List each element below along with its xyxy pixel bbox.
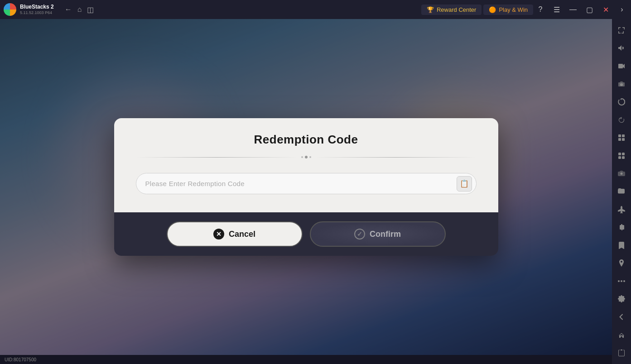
sidebar-scale-icon[interactable]	[614, 220, 629, 235]
sidebar-bookmark-icon[interactable]	[614, 238, 629, 253]
menu-icon: ☰	[554, 5, 560, 14]
divider-dots	[301, 156, 311, 158]
sidebar-screenshot-icon[interactable]	[614, 77, 629, 92]
divider-dot-2	[305, 156, 308, 158]
svg-rect-3	[618, 134, 621, 137]
cancel-label: Cancel	[229, 230, 255, 239]
svg-point-2	[620, 83, 623, 86]
sidebar-settings-icon[interactable]	[614, 292, 629, 307]
play-win-label: Play & Win	[499, 6, 528, 13]
sidebar-folder-icon[interactable]	[614, 184, 629, 199]
paste-icon: 📋	[460, 179, 469, 188]
sidebar-build-icon[interactable]	[614, 130, 629, 145]
sidebar-airplane-icon[interactable]	[614, 202, 629, 217]
topbar: BlueStacks 2 5.11.52.1003 P64 ← ⌂ ◫ 🏆 Re…	[0, 0, 631, 19]
sidebar-volume-icon[interactable]	[614, 41, 629, 56]
sidebar-back-nav-icon[interactable]	[614, 309, 629, 325]
expand-icon: ›	[621, 5, 623, 14]
close-icon: ✕	[603, 5, 609, 14]
topbar-left: BlueStacks 2 5.11.52.1003 P64 ← ⌂ ◫	[0, 3, 421, 16]
app-name-main: BlueStacks 2	[20, 4, 54, 10]
sidebar-home-nav-icon[interactable]	[614, 327, 629, 343]
bottom-bar: UID:801707500	[0, 355, 612, 364]
play-icon: 🟠	[489, 6, 496, 13]
sidebar-refresh-icon[interactable]	[614, 112, 629, 128]
menu-button[interactable]: ☰	[549, 2, 564, 17]
svg-point-9	[623, 280, 625, 282]
sidebar-library-icon[interactable]	[614, 148, 629, 163]
confirm-icon: ✓	[354, 229, 365, 239]
confirm-button[interactable]: ✓ Confirm	[310, 221, 446, 247]
sidebar-copy-nav-icon[interactable]	[614, 345, 629, 360]
reward-center-button[interactable]: 🏆 Reward Center	[421, 5, 482, 15]
dialog-title: Redemption Code	[136, 133, 477, 147]
sidebar-more-icon[interactable]	[614, 273, 629, 289]
paste-button[interactable]: 📋	[457, 176, 472, 192]
minimize-button[interactable]: —	[566, 2, 580, 17]
sidebar-fullscreen-icon[interactable]	[614, 23, 629, 38]
reward-icon: 🏆	[427, 6, 434, 13]
redemption-code-input[interactable]	[136, 173, 477, 194]
confirm-label: Confirm	[370, 230, 401, 239]
sidebar-camera-icon[interactable]	[614, 166, 629, 182]
back-button[interactable]: ←	[65, 5, 72, 14]
minimize-icon: —	[569, 5, 577, 14]
maximize-icon: ▢	[586, 5, 593, 14]
expand-button[interactable]: ›	[615, 2, 629, 17]
game-area: Redemption Code 📋	[0, 19, 612, 355]
help-icon: ?	[539, 5, 543, 14]
svg-point-7	[618, 280, 620, 282]
help-button[interactable]: ?	[533, 2, 548, 17]
app-logo	[4, 3, 16, 16]
topbar-right: ? ☰ — ▢ ✕ ›	[533, 2, 631, 17]
dialog-bottom: ✕ Cancel ✓ Confirm	[114, 212, 498, 256]
app-name: BlueStacks 2 5.11.52.1003 P64	[20, 4, 54, 15]
cancel-button[interactable]: ✕ Cancel	[167, 221, 303, 247]
dialog-divider	[136, 156, 477, 158]
close-button[interactable]: ✕	[598, 2, 613, 17]
play-win-button[interactable]: 🟠 Play & Win	[483, 5, 533, 15]
dialog-top: Redemption Code 📋	[114, 118, 498, 212]
cancel-icon: ✕	[213, 229, 224, 239]
maximize-button[interactable]: ▢	[582, 2, 597, 17]
svg-rect-6	[622, 138, 625, 141]
right-sidebar	[612, 19, 631, 364]
nav-icons: ← ⌂ ◫	[65, 5, 94, 14]
input-wrapper: 📋	[136, 173, 477, 194]
uid-label: UID:801707500	[5, 357, 36, 362]
divider-dot-3	[309, 156, 311, 158]
home-button[interactable]: ⌂	[77, 5, 82, 14]
redemption-dialog: Redemption Code 📋	[114, 118, 498, 256]
app-version: 5.11.52.1003 P64	[20, 10, 54, 15]
tabs-button[interactable]: ◫	[87, 5, 94, 14]
divider-line-left	[136, 157, 298, 158]
divider-dot-1	[301, 156, 303, 158]
sidebar-location-icon[interactable]	[614, 256, 629, 271]
svg-rect-4	[622, 134, 625, 137]
svg-rect-0	[618, 64, 623, 68]
divider-line-right	[315, 157, 477, 158]
reward-center-label: Reward Center	[437, 6, 476, 13]
sidebar-replay-icon[interactable]	[614, 94, 629, 110]
sidebar-video-icon[interactable]	[614, 58, 629, 74]
topbar-center: 🏆 Reward Center 🟠 Play & Win	[421, 5, 533, 15]
svg-point-8	[621, 280, 622, 282]
modal-overlay: Redemption Code 📋	[0, 19, 612, 355]
svg-rect-5	[618, 138, 621, 141]
